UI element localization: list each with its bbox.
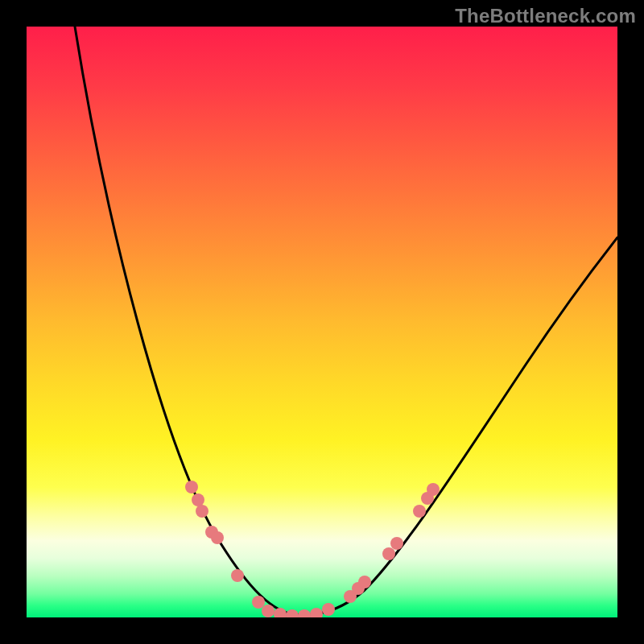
curve-svg [27, 27, 617, 617]
watermark-text: TheBottleneck.com [455, 5, 636, 27]
data-dot [185, 481, 198, 493]
plot-area [27, 27, 617, 617]
data-dot [196, 505, 208, 518]
data-dot [298, 609, 311, 617]
data-dot [310, 608, 323, 617]
data-dot [413, 505, 426, 518]
data-dot [358, 576, 371, 588]
data-dot [211, 531, 224, 544]
data-dot [286, 609, 299, 617]
data-dot [322, 603, 335, 616]
data-dot [390, 537, 403, 550]
chart-stage: TheBottleneck.com [0, 0, 644, 644]
data-dot [382, 547, 395, 560]
data-dot [231, 569, 244, 582]
data-dot [262, 605, 275, 617]
data-dot [274, 608, 287, 617]
data-dot [427, 483, 440, 496]
bottleneck-curve [75, 27, 617, 615]
